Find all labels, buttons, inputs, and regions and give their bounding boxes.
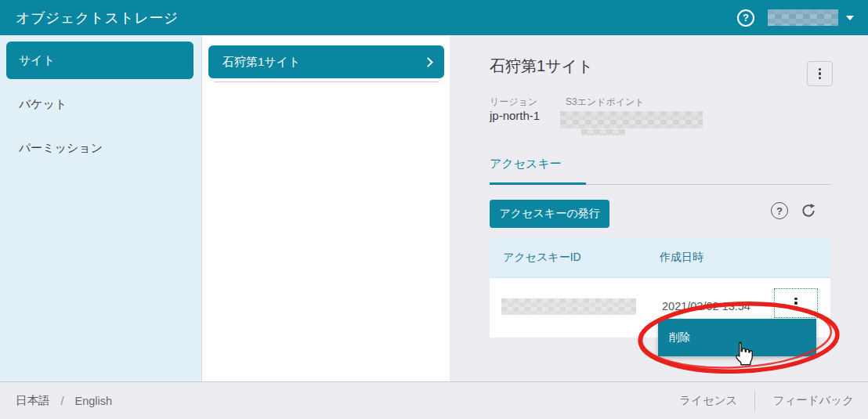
- column-header-access-key-id: アクセスキーID: [503, 251, 581, 265]
- row-actions-kebab-button[interactable]: [774, 288, 818, 318]
- sidebar-item-buckets[interactable]: バケット: [6, 85, 193, 123]
- created-at-value: 2021/02/02 13:54: [662, 300, 750, 312]
- tab-access-keys[interactable]: アクセスキー: [490, 157, 562, 172]
- table-header-row: アクセスキーID 作成日時: [490, 237, 830, 278]
- region-value: jp-north-1: [490, 109, 540, 122]
- footer: 日本語 / English ライセンス フィードバック: [0, 381, 868, 419]
- account-name-redacted: [768, 9, 838, 26]
- sidebar-item-permissions[interactable]: パーミッション: [6, 129, 193, 167]
- endpoint-value-redacted-tail: [581, 129, 625, 135]
- kebab-icon: [794, 298, 797, 301]
- list-divider: [214, 81, 439, 82]
- endpoint-value-redacted: [560, 111, 703, 128]
- chevron-right-icon: [423, 57, 433, 67]
- site-detail-panel: 石狩第1サイト リージョン S3エンドポイント jp-north-1 アクセスキ…: [450, 35, 868, 381]
- app-title: オブジェクトストレージ: [16, 9, 179, 27]
- account-menu[interactable]: [768, 9, 854, 26]
- kebab-icon: [819, 68, 822, 71]
- tab-active-indicator: [490, 182, 586, 185]
- refresh-icon: [800, 202, 817, 219]
- sidebar-item-label: サイト: [19, 53, 55, 68]
- column-header-created-at: 作成日時: [660, 251, 703, 265]
- issue-access-key-button[interactable]: アクセスキーの発行: [490, 200, 609, 228]
- site-name: 石狩第1サイト: [222, 55, 425, 70]
- table-help-button[interactable]: ?: [771, 202, 788, 219]
- caret-down-icon: [846, 16, 854, 20]
- row-context-menu: 削除: [658, 319, 816, 356]
- site-detail-title: 石狩第1サイト: [490, 56, 594, 77]
- help-circle-icon: ?: [737, 9, 754, 27]
- license-link[interactable]: ライセンス: [679, 393, 737, 408]
- endpoint-label: S3エンドポイント: [566, 96, 645, 109]
- object-storage-console: オブジェクトストレージ ? サイト バケット パーミッション 石狩第1サイト: [0, 0, 868, 419]
- site-actions-kebab-button[interactable]: [807, 61, 833, 86]
- header-help-button[interactable]: ?: [737, 9, 754, 27]
- sidebar-item-label: バケット: [19, 97, 67, 112]
- region-label: リージョン: [490, 96, 537, 109]
- sidebar-item-label: パーミッション: [19, 141, 103, 156]
- sidebar: サイト バケット パーミッション: [0, 35, 201, 381]
- access-key-id-redacted: [501, 298, 636, 315]
- language-en-link[interactable]: English: [75, 395, 113, 407]
- site-list-panel: 石狩第1サイト: [201, 35, 450, 381]
- menu-item-delete[interactable]: 削除: [658, 319, 816, 356]
- app-header: オブジェクトストレージ ?: [0, 0, 868, 35]
- sidebar-item-sites[interactable]: サイト: [6, 42, 193, 79]
- feedback-link[interactable]: フィードバック: [772, 393, 854, 408]
- refresh-button[interactable]: [800, 202, 817, 219]
- language-ja-link[interactable]: 日本語: [16, 393, 50, 408]
- language-separator: /: [61, 395, 64, 407]
- footer-divider: [754, 391, 755, 411]
- help-circle-icon: ?: [771, 202, 788, 219]
- site-list-item[interactable]: 石狩第1サイト: [208, 45, 444, 78]
